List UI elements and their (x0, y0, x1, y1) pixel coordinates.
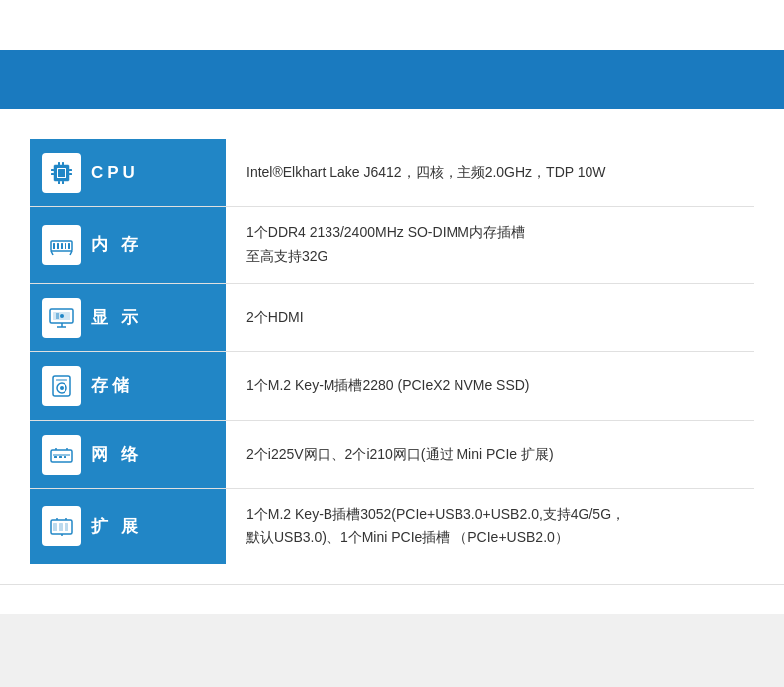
svg-rect-43 (65, 523, 68, 531)
spec-value-memory: 1个DDR4 2133/2400MHz SO-DIMM内存插槽至高支持32G (226, 207, 754, 284)
svg-rect-12 (53, 243, 55, 249)
spec-label-display: 显 示 (30, 283, 226, 351)
spec-name-cpu: CPU (91, 163, 139, 183)
svg-rect-35 (59, 456, 62, 458)
svg-rect-9 (62, 181, 64, 184)
svg-rect-15 (65, 243, 66, 249)
svg-rect-42 (59, 523, 63, 531)
svg-rect-36 (64, 456, 66, 458)
svg-rect-30 (56, 379, 67, 381)
spec-row-memory: 内 存 1个DDR4 2133/2400MHz SO-DIMM内存插槽至高支持3… (30, 207, 754, 284)
spec-row-storage: 存储 1个M.2 Key-M插槽2280 (PCIeX2 NVMe SSD) (30, 351, 754, 420)
svg-point-29 (60, 386, 64, 390)
spec-value-display: 2个HDMI (226, 283, 754, 351)
content-section: CPU Intel®Elkhart Lake J6412，四核，主频2.0GHz… (0, 109, 784, 584)
spec-row-display: 显 示 2个HDMI (30, 283, 754, 351)
svg-rect-41 (53, 523, 57, 531)
svg-rect-2 (51, 169, 54, 171)
spec-label-storage: 存储 (30, 351, 226, 420)
spec-row-network: 网 络 2个i225V网口、2个i210网口(通过 Mini PCIe 扩展) (30, 420, 754, 488)
spec-name-memory: 内 存 (91, 233, 142, 256)
svg-rect-3 (51, 173, 54, 175)
svg-rect-14 (61, 243, 63, 249)
svg-rect-4 (69, 169, 72, 171)
top-spacer (0, 0, 784, 50)
spec-row-expansion: 扩 展 1个M.2 Key-B插槽3052(PCIe+USB3.0+USB2.0… (30, 488, 754, 564)
spec-label-memory: 内 存 (30, 207, 226, 284)
memory-icon (42, 225, 81, 265)
spec-label-expansion: 扩 展 (30, 488, 226, 564)
svg-rect-5 (69, 173, 72, 175)
spec-name-storage: 存储 (91, 374, 133, 397)
display-icon (42, 298, 81, 338)
spec-value-expansion: 1个M.2 Key-B插槽3052(PCIe+USB3.0+USB2.0,支持4… (226, 488, 754, 564)
svg-rect-16 (68, 243, 70, 249)
svg-point-23 (60, 314, 64, 318)
cpu-icon (42, 153, 81, 193)
spec-table: CPU Intel®Elkhart Lake J6412，四核，主频2.0GHz… (30, 139, 754, 564)
spec-value-storage: 1个M.2 Key-M插槽2280 (PCIeX2 NVMe SSD) (226, 351, 754, 420)
spec-value-cpu: Intel®Elkhart Lake J6412，四核，主频2.0GHz，TDP… (226, 139, 754, 207)
svg-rect-34 (54, 456, 57, 458)
spec-name-display: 显 示 (91, 306, 142, 329)
spec-name-expansion: 扩 展 (91, 515, 142, 538)
svg-rect-13 (57, 243, 59, 249)
spec-row-cpu: CPU Intel®Elkhart Lake J6412，四核，主频2.0GHz… (30, 139, 754, 207)
expansion-icon (42, 506, 81, 546)
svg-rect-31 (51, 450, 72, 462)
spec-value-network: 2个i225V网口、2个i210网口(通过 Mini PCIe 扩展) (226, 420, 754, 488)
svg-rect-10 (58, 169, 65, 177)
svg-rect-6 (58, 162, 60, 165)
header-section (0, 50, 784, 109)
svg-rect-8 (58, 181, 60, 184)
spec-name-network: 网 络 (91, 443, 142, 466)
network-icon (42, 435, 81, 475)
svg-rect-7 (62, 162, 64, 165)
bottom-spacer (0, 584, 784, 614)
storage-icon (42, 366, 81, 406)
spec-label-cpu: CPU (30, 139, 226, 207)
spec-label-network: 网 络 (30, 420, 226, 488)
